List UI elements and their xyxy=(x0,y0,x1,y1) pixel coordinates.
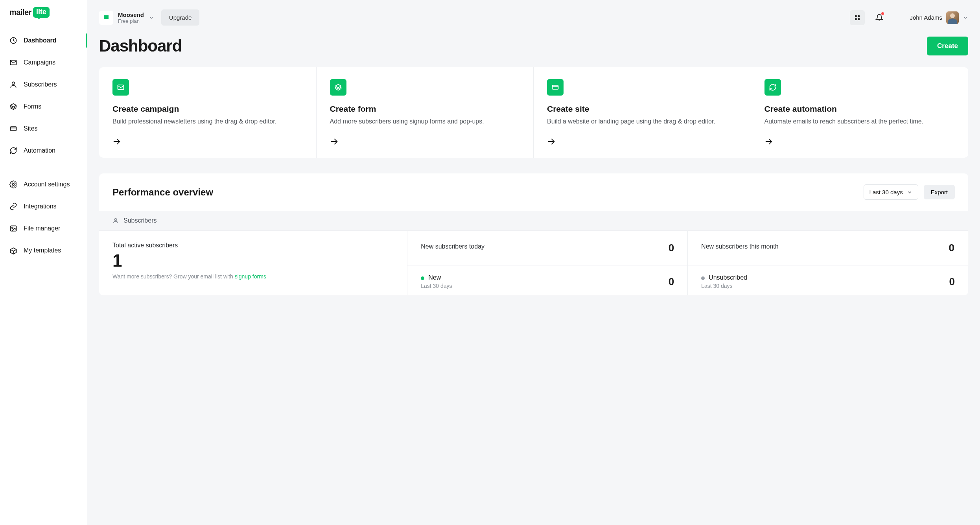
sidebar-item-forms[interactable]: Forms xyxy=(0,96,87,118)
sidebar-item-label: Account settings xyxy=(24,181,70,188)
action-card-title: Create automation xyxy=(764,104,955,114)
svg-point-6 xyxy=(13,184,15,186)
notifications-button[interactable] xyxy=(872,10,887,25)
svg-marker-3 xyxy=(11,104,17,107)
sidebar-item-file-manager[interactable]: File manager xyxy=(0,217,87,239)
card-icon xyxy=(547,79,564,96)
sidebar-item-integrations[interactable]: Integrations xyxy=(0,195,87,217)
nav-secondary: Account settingsIntegrationsFile manager… xyxy=(0,173,87,262)
performance-tab-subscribers[interactable]: Subscribers xyxy=(99,211,968,230)
arrow-right-icon xyxy=(547,137,737,146)
avatar xyxy=(946,11,959,24)
total-subscribers-cell: Total active subscribers 1 Want more sub… xyxy=(99,231,407,295)
sidebar-item-automation[interactable]: Automation xyxy=(0,140,87,162)
new-today-cell: New subscribers today 0 xyxy=(407,231,688,265)
performance-series-row: NewLast 30 days0UnsubscribedLast 30 days… xyxy=(407,265,968,295)
sidebar-item-account-settings[interactable]: Account settings xyxy=(0,173,87,195)
new-today-value: 0 xyxy=(669,242,674,254)
card-icon xyxy=(9,125,17,133)
series-value: 0 xyxy=(949,276,955,288)
performance-title: Performance overview xyxy=(112,187,213,198)
performance-grid: Total active subscribers 1 Want more sub… xyxy=(99,230,968,295)
action-card-create-form[interactable]: Create formAdd more subscribers using si… xyxy=(317,67,534,158)
action-cards-row: Create campaignBuild professional newsle… xyxy=(99,67,968,158)
export-button[interactable]: Export xyxy=(924,185,955,199)
sidebar-item-label: Integrations xyxy=(24,203,57,210)
main-area: Moosend Free plan Upgrade xyxy=(87,0,980,525)
mail-icon xyxy=(9,59,17,66)
sidebar: mailer lite DashboardCampaignsSubscriber… xyxy=(0,0,87,525)
refresh-icon xyxy=(764,79,781,96)
total-subscribers-label: Total active subscribers xyxy=(112,242,394,249)
sidebar-item-campaigns[interactable]: Campaigns xyxy=(0,52,87,74)
sidebar-item-label: File manager xyxy=(24,225,60,232)
brand-logo[interactable]: mailer lite xyxy=(0,7,87,29)
sidebar-item-subscribers[interactable]: Subscribers xyxy=(0,74,87,96)
action-card-title: Create form xyxy=(330,104,520,114)
svg-point-8 xyxy=(12,227,13,228)
svg-rect-10 xyxy=(855,15,857,17)
svg-point-2 xyxy=(12,82,15,85)
link-icon xyxy=(9,203,17,210)
svg-point-22 xyxy=(114,219,116,221)
svg-rect-11 xyxy=(858,15,860,17)
series-value: 0 xyxy=(669,276,674,288)
sidebar-item-label: Dashboard xyxy=(24,37,57,44)
action-card-title: Create campaign xyxy=(112,104,303,114)
bell-icon xyxy=(875,14,883,22)
mail-icon xyxy=(112,79,129,96)
series-cell-new: NewLast 30 days0 xyxy=(407,265,688,295)
arrow-right-icon xyxy=(112,137,303,146)
svg-marker-16 xyxy=(335,85,341,88)
series-name: Unsubscribed xyxy=(709,274,747,281)
user-menu[interactable]: John Adams xyxy=(910,11,968,24)
workspace-selector[interactable]: Moosend Free plan xyxy=(99,11,154,25)
arrow-right-icon xyxy=(764,137,955,146)
date-range-select[interactable]: Last 30 days xyxy=(864,184,918,200)
series-name: New xyxy=(428,274,441,281)
performance-tab-label: Subscribers xyxy=(123,217,157,224)
new-month-label: New subscribers this month xyxy=(701,243,779,250)
upgrade-button[interactable]: Upgrade xyxy=(161,9,200,26)
image-icon xyxy=(9,225,17,232)
action-card-desc: Automate emails to reach subscribers at … xyxy=(764,117,955,126)
page-title: Dashboard xyxy=(99,37,182,55)
user-icon xyxy=(9,81,17,88)
series-period: Last 30 days xyxy=(421,283,452,289)
apps-button[interactable] xyxy=(850,10,865,25)
action-card-create-campaign[interactable]: Create campaignBuild professional newsle… xyxy=(99,67,317,158)
sidebar-item-my-templates[interactable]: My templates xyxy=(0,239,87,262)
user-icon xyxy=(112,217,119,224)
new-today-label: New subscribers today xyxy=(421,243,484,250)
nav-primary: DashboardCampaignsSubscribersFormsSitesA… xyxy=(0,29,87,162)
action-card-title: Create site xyxy=(547,104,737,114)
total-subscribers-hint: Want more subscribers? Grow your email l… xyxy=(112,273,394,280)
chevron-down-icon xyxy=(149,15,154,20)
sidebar-item-label: Campaigns xyxy=(24,59,55,66)
action-card-desc: Build a website or landing page using th… xyxy=(547,117,737,126)
date-range-label: Last 30 days xyxy=(869,189,903,195)
chevron-down-icon xyxy=(963,15,968,20)
sidebar-item-sites[interactable]: Sites xyxy=(0,118,87,140)
arrow-right-icon xyxy=(330,137,520,146)
user-name-label: John Adams xyxy=(910,14,942,21)
stack-icon xyxy=(330,79,346,96)
svg-rect-4 xyxy=(11,127,17,131)
action-card-create-site[interactable]: Create siteBuild a website or landing pa… xyxy=(534,67,751,158)
action-card-create-automation[interactable]: Create automationAutomate emails to reac… xyxy=(751,67,969,158)
signup-forms-link[interactable]: signup forms xyxy=(235,273,266,280)
page-header: Dashboard Create xyxy=(87,29,980,67)
new-month-cell: New subscribers this month 0 xyxy=(688,231,968,265)
logo-text-mailer: mailer xyxy=(9,8,31,17)
chevron-down-icon xyxy=(907,190,912,195)
sidebar-item-label: Forms xyxy=(24,103,41,110)
sidebar-item-label: My templates xyxy=(24,247,61,254)
create-button[interactable]: Create xyxy=(927,37,968,55)
grid-icon xyxy=(854,15,860,21)
series-cell-unsubscribed: UnsubscribedLast 30 days0 xyxy=(688,265,968,295)
action-card-desc: Add more subscribers using signup forms … xyxy=(330,117,520,126)
refresh-icon xyxy=(9,147,17,155)
sidebar-item-dashboard[interactable]: Dashboard xyxy=(0,29,87,52)
action-card-desc: Build professional newsletters using the… xyxy=(112,117,303,126)
notification-dot xyxy=(881,12,884,15)
